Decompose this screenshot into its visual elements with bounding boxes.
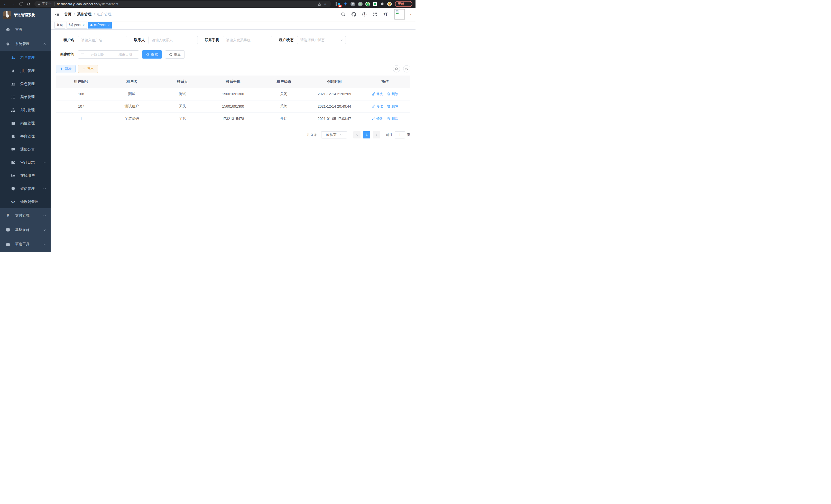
breadcrumb: 首页 / 系统管理 / 租户管理 (64, 12, 112, 17)
edit-icon (372, 92, 375, 95)
delete-link-label: 删除 (391, 116, 398, 121)
extensions-puzzle-icon[interactable] (380, 2, 384, 6)
page-number-1[interactable]: 1 (363, 131, 370, 139)
extension-y-icon[interactable]: Y (365, 2, 370, 6)
sidebar-item-label: 基础设施 (15, 228, 30, 232)
tab-tenant[interactable]: 租户管理 × (88, 22, 112, 29)
edit-link[interactable]: 修改 (372, 104, 383, 109)
add-button[interactable]: 新增 (56, 65, 76, 73)
sidebar-item-user[interactable]: 用户管理 (0, 64, 51, 77)
sidebar-item-menu[interactable]: 菜单管理 (0, 90, 51, 103)
browser-menu-icon[interactable]: ⋮ (406, 2, 409, 6)
show-search-button[interactable] (393, 65, 400, 72)
font-size-icon[interactable]: TT (383, 12, 388, 17)
cell-tenant-id: 108 (56, 88, 106, 100)
sidebar-item-post[interactable]: 岗位管理 (0, 117, 51, 130)
tab-dept[interactable]: 部门管理 × (66, 22, 87, 29)
github-icon[interactable] (351, 12, 356, 17)
cell-status: 开启 (258, 113, 309, 125)
browser-reload-icon[interactable] (18, 1, 24, 7)
delete-link-label: 删除 (391, 92, 398, 96)
sidebar-item-sms[interactable]: 短信管理 (0, 182, 51, 195)
sidebar-item-dept[interactable]: 部门管理 (0, 103, 51, 117)
tab-label: 首页 (57, 23, 63, 27)
sidebar-item-online-user[interactable]: 在线用户 (0, 169, 51, 182)
delete-link[interactable]: 删除 (387, 116, 398, 121)
breadcrumb-system[interactable]: 系统管理 (77, 12, 91, 17)
browser-home-icon[interactable] (25, 1, 32, 7)
prev-page-button[interactable] (353, 131, 361, 139)
reset-button[interactable]: 重置 (165, 50, 185, 59)
browser-back-icon[interactable]: ← (2, 1, 9, 7)
sidebar-item-role[interactable]: 角色管理 (0, 77, 51, 90)
sidebar-item-notice[interactable]: 通知公告 (0, 143, 51, 156)
col-tenant-id: 租户编号 (56, 76, 106, 88)
date-range-picker[interactable]: 开始日期 - 结束日期 (78, 50, 139, 59)
table-toolbar: 新增 导出 (56, 65, 410, 73)
cell-create-time: 2021-12-14 21:02:09 (309, 88, 360, 100)
close-icon[interactable]: × (83, 24, 85, 27)
avatar-caret-icon[interactable]: ▾ (410, 13, 411, 16)
export-button[interactable]: 导出 (78, 65, 98, 73)
status-select[interactable]: 请选择租户状态 (297, 36, 346, 44)
edit-link[interactable]: 修改 (372, 116, 383, 121)
goto-page-input[interactable] (395, 131, 405, 139)
sidebar-item-home[interactable]: 首页 (0, 22, 51, 37)
col-mobile: 联系手机 (208, 76, 258, 88)
edit-link-label: 修改 (376, 92, 383, 96)
tab-home[interactable]: 首页 (55, 22, 65, 29)
app-logo[interactable]: 芋道管理系统 (0, 8, 51, 22)
sidebar-item-tenant[interactable]: 租户管理 (0, 51, 51, 64)
extension-command-icon[interactable]: ⌘ (350, 2, 355, 6)
delete-link[interactable]: 删除 (387, 92, 398, 96)
browser-update-button[interactable]: 更新 ⋮ (395, 1, 412, 7)
breadcrumb-home[interactable]: 首页 (64, 12, 71, 17)
extension-chat-icon[interactable] (373, 2, 377, 6)
help-icon[interactable]: ? (362, 12, 367, 17)
address-bar[interactable]: 不安全 dashboard.yudao.iocoder.cn/system/te… (34, 1, 331, 7)
profile-avatar-icon[interactable] (387, 2, 392, 6)
tenant-name-input[interactable] (78, 36, 127, 44)
not-secure-warning[interactable]: 不安全 (37, 2, 52, 6)
cell-mobile: 15601691300 (208, 88, 258, 100)
mobile-input[interactable] (223, 36, 272, 44)
refresh-table-button[interactable] (403, 65, 410, 72)
edit-link[interactable]: 修改 (372, 92, 383, 96)
bookmark-star-icon[interactable]: ☆ (322, 2, 328, 6)
toolbox-icon (6, 242, 10, 246)
sidebar-item-infra[interactable]: 基础设施 (0, 223, 51, 237)
table-header-row: 租户编号 租户名 联系人 联系手机 租户状态 创建时间 操作 (56, 76, 410, 88)
breadcrumb-separator: / (94, 12, 95, 17)
tree-table-icon (11, 95, 15, 99)
sidebar-toggle-icon[interactable] (55, 11, 60, 17)
sidebar-item-devtools[interactable]: 研发工具 (0, 237, 51, 251)
user-avatar[interactable] (395, 9, 405, 20)
sidebar-item-dict[interactable]: 字典管理 (0, 130, 51, 143)
browser-forward-icon[interactable]: → (10, 1, 17, 7)
close-icon[interactable]: × (108, 24, 110, 27)
page-unit-label: 页 (407, 132, 410, 137)
extension-tabs-icon[interactable]: 10 (336, 2, 340, 6)
cell-tenant-id: 107 (56, 100, 106, 113)
next-page-button[interactable] (373, 131, 380, 139)
sidebar-item-system[interactable]: 系统管理 (0, 37, 51, 51)
sidebar-item-audit-log[interactable]: 审计日志 (0, 156, 51, 169)
omnibox-divider (54, 2, 55, 6)
contact-input[interactable] (148, 36, 198, 44)
export-button-label: 导出 (87, 66, 94, 71)
page-size-select[interactable]: 10条/页 (321, 131, 347, 139)
cell-status: 关闭 (258, 100, 309, 113)
extension-recorder-icon[interactable] (358, 2, 363, 6)
cell-contact: 测试 (157, 88, 208, 100)
share-icon[interactable] (317, 2, 322, 6)
delete-link[interactable]: 删除 (387, 104, 398, 109)
fullscreen-icon[interactable] (372, 12, 377, 17)
sidebar-item-error-code[interactable]: </> 错误码管理 (0, 195, 51, 208)
pagination-total: 共 3 条 (307, 132, 317, 137)
search-button[interactable]: 搜索 (142, 50, 162, 59)
extension-drop-icon[interactable] (343, 2, 348, 6)
chevron-down-icon (43, 187, 46, 190)
sidebar-item-pay[interactable]: ¥ 支付管理 (0, 208, 51, 223)
header-search-icon[interactable] (341, 12, 346, 17)
edit-icon (372, 105, 375, 108)
